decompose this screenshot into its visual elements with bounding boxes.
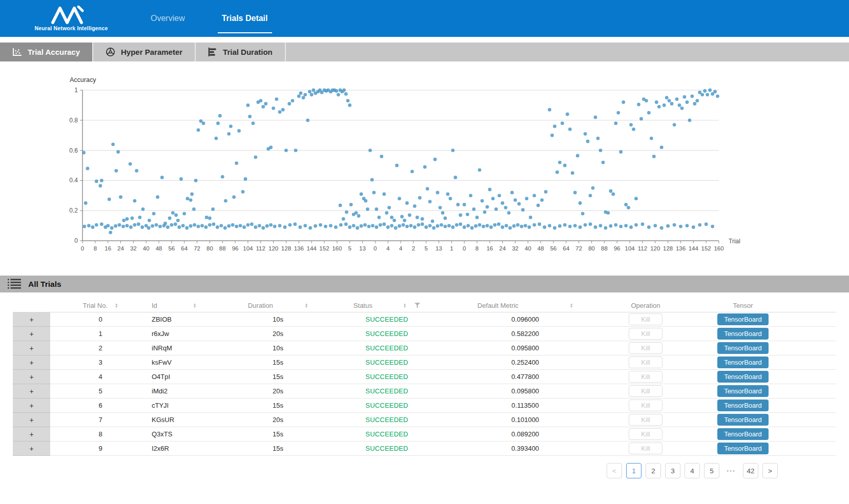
column-trial-no: Trial No. ▲▼	[50, 299, 151, 312]
tensorboard-button[interactable]: TensorBoard	[717, 356, 769, 368]
subtab-trial-duration[interactable]: Trial Duration	[196, 43, 286, 61]
page-4-button[interactable]: 4	[685, 463, 700, 478]
column-default-metric: Default Metric ▲▼	[443, 299, 607, 312]
cell-duration: 15s	[225, 370, 330, 384]
cell-id: cTYJI	[151, 398, 225, 413]
kill-button[interactable]: Kill	[629, 400, 662, 411]
tensorboard-button[interactable]: TensorBoard	[717, 342, 769, 354]
subtab-label: Trial Accuracy	[28, 48, 80, 56]
kill-button[interactable]: Kill	[629, 371, 662, 383]
tensorboard-button[interactable]: TensorBoard	[717, 385, 769, 397]
kill-button[interactable]: Kill	[629, 342, 662, 354]
column-duration: Duration ▲▼	[225, 299, 330, 312]
svg-text:152: 152	[319, 245, 329, 251]
svg-text:88: 88	[601, 245, 608, 251]
table-row: +7KGsUR20sSUCCEEDED0.101000KillTensorBoa…	[13, 413, 836, 427]
tab-overview[interactable]: Overview	[132, 0, 203, 37]
tensorboard-button[interactable]: TensorBoard	[717, 414, 769, 426]
brand-subtitle: Neural Network Intelligence	[34, 25, 108, 31]
subtab-trial-accuracy[interactable]: Trial Accuracy	[0, 43, 93, 61]
tensorboard-button[interactable]: TensorBoard	[717, 313, 769, 325]
row-expander-button[interactable]: +	[13, 442, 50, 456]
row-expander-button[interactable]: +	[13, 341, 50, 355]
cell-duration: 15s	[225, 398, 330, 413]
row-expander-button[interactable]: +	[13, 427, 50, 442]
svg-text:80: 80	[588, 245, 595, 251]
svg-text:160: 160	[332, 245, 342, 251]
svg-text:88: 88	[219, 245, 226, 251]
table-row: +8Q3xTS15sSUCCEEDED0.089200KillTensorBoa…	[13, 427, 836, 442]
cell-default-metric: 0.252400	[443, 355, 607, 370]
row-expander-button[interactable]: +	[13, 312, 50, 327]
app-header: Neural Network Intelligence Overview Tri…	[0, 0, 849, 37]
row-expander-button[interactable]: +	[13, 327, 50, 341]
cell-filler	[802, 398, 836, 413]
page-2-button[interactable]: 2	[646, 463, 661, 478]
page-5-button[interactable]: 5	[704, 463, 719, 478]
sort-icon[interactable]: ▲▼	[193, 303, 196, 308]
cell-trial-no: 6	[50, 398, 151, 413]
cell-id: O4TpI	[151, 370, 225, 384]
tab-trials-detail[interactable]: Trials Detail	[203, 0, 286, 37]
sort-icon[interactable]: ▲▼	[570, 303, 573, 308]
tensorboard-button[interactable]: TensorBoard	[717, 328, 769, 340]
row-expander-button[interactable]: +	[13, 370, 50, 384]
page-42-button[interactable]: 42	[743, 463, 758, 478]
cell-status: SUCCEEDED	[330, 312, 443, 327]
kill-button[interactable]: Kill	[629, 328, 662, 340]
row-expander-button[interactable]: +	[13, 413, 50, 427]
sort-icon[interactable]: ▲▼	[403, 303, 406, 308]
svg-text:13: 13	[436, 245, 442, 251]
tensorboard-button[interactable]: TensorBoard	[717, 400, 769, 411]
kill-button[interactable]: Kill	[629, 313, 662, 325]
page-3-button[interactable]: 3	[665, 463, 680, 478]
svg-text:0.8: 0.8	[69, 117, 78, 124]
kill-button[interactable]: Kill	[629, 385, 662, 397]
cell-duration: 20s	[225, 413, 330, 427]
cell-tensor: TensorBoard	[684, 370, 802, 384]
page-1-button[interactable]: 1	[626, 463, 641, 478]
svg-text:5: 5	[424, 245, 427, 251]
cell-trial-no: 8	[50, 427, 151, 442]
table-row: +4O4TpI15sSUCCEEDED0.477800KillTensorBoa…	[13, 370, 836, 384]
cell-trial-no: 7	[50, 413, 151, 427]
column-tensor: Tensor	[684, 299, 802, 312]
cell-filler	[802, 312, 836, 327]
svg-text:0: 0	[81, 245, 84, 251]
column-label: Id	[152, 302, 157, 309]
cell-default-metric: 0.095800	[443, 384, 607, 398]
row-expander-button[interactable]: +	[13, 355, 50, 370]
svg-text:64: 64	[181, 245, 188, 251]
prev-page-button[interactable]: <	[607, 463, 622, 478]
cell-id: ZBIOB	[151, 312, 225, 327]
tensorboard-button[interactable]: TensorBoard	[717, 371, 769, 383]
cell-default-metric: 0.089200	[443, 427, 607, 442]
cell-filler	[802, 327, 836, 341]
filter-funnel-icon[interactable]	[415, 303, 420, 308]
row-expander-button[interactable]: +	[13, 398, 50, 413]
kill-button[interactable]: Kill	[629, 414, 662, 426]
svg-text:72: 72	[194, 245, 200, 251]
cell-default-metric: 0.096000	[443, 312, 607, 327]
sort-icon[interactable]: ▲▼	[115, 303, 118, 308]
row-expander-button[interactable]: +	[13, 384, 50, 398]
svg-text:56: 56	[550, 245, 557, 251]
nni-logo-mark	[50, 6, 92, 24]
tensorboard-button[interactable]: TensorBoard	[717, 428, 769, 440]
subtab-label: Trial Duration	[223, 48, 273, 56]
cell-default-metric: 0.095800	[443, 341, 607, 355]
svg-text:4: 4	[399, 245, 403, 251]
kill-button[interactable]: Kill	[629, 428, 662, 440]
next-page-button[interactable]: >	[762, 463, 778, 478]
kill-button[interactable]: Kill	[629, 356, 662, 368]
sort-icon[interactable]: ▲▼	[305, 303, 308, 308]
tensorboard-button[interactable]: TensorBoard	[717, 443, 769, 454]
page-ellipsis: •••	[723, 463, 739, 478]
kill-button[interactable]: Kill	[629, 443, 662, 454]
wheel-icon	[106, 47, 115, 57]
header-nav: Overview Trials Detail	[132, 0, 286, 37]
subtab-hyper-parameter[interactable]: Hyper Parameter	[93, 43, 196, 61]
column-label: Default Metric	[478, 302, 519, 309]
cell-operation: Kill	[607, 327, 684, 341]
svg-text:136: 136	[676, 245, 686, 251]
